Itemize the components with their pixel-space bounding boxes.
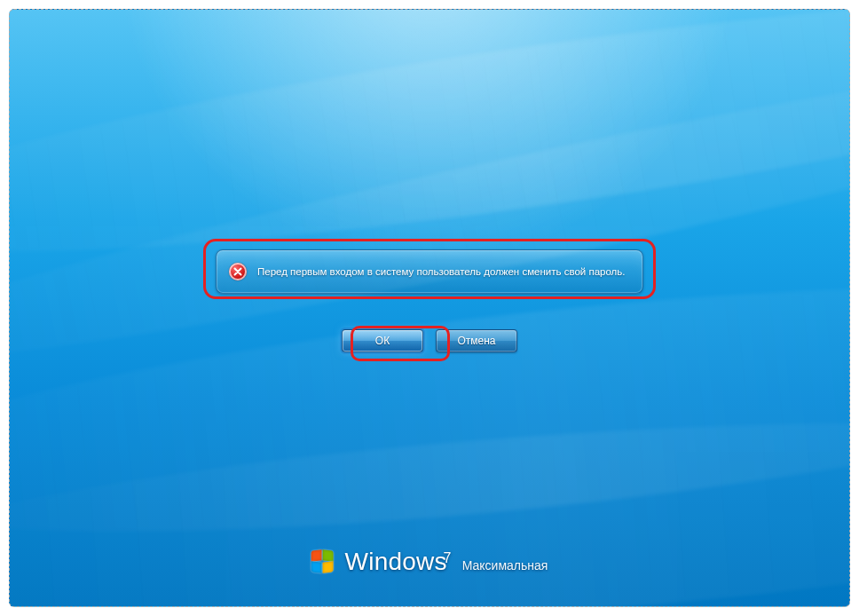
brand-word: Windows7 <box>345 548 455 576</box>
windows-flag-icon <box>311 550 335 573</box>
message-text: Перед первым входом в систему пользовате… <box>257 265 627 278</box>
message-panel: Перед первым входом в систему пользовате… <box>216 249 643 294</box>
ok-button[interactable]: ОК <box>342 329 423 352</box>
button-row: ОК Отмена <box>342 329 517 352</box>
brand-edition: Максимальная <box>462 558 548 573</box>
error-icon <box>229 263 247 280</box>
branding: Windows7 Максимальная <box>311 548 548 576</box>
cancel-button[interactable]: Отмена <box>436 329 517 352</box>
brand-word-text: Windows <box>345 548 447 575</box>
brand-version: 7 <box>444 550 452 565</box>
login-screen: Перед первым входом в систему пользовате… <box>9 9 850 607</box>
